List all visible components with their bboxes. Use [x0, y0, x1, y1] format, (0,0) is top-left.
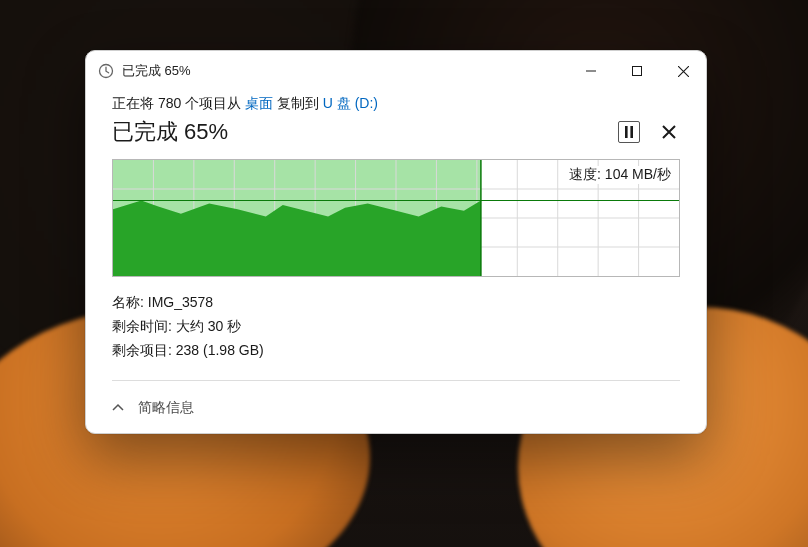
minimize-button[interactable] — [568, 51, 614, 91]
detail-items-value: 238 (1.98 GB) — [176, 342, 264, 358]
titlebar[interactable]: 已完成 65% — [86, 51, 706, 91]
copy-middle: 复制到 — [273, 95, 323, 111]
svg-rect-1 — [633, 67, 642, 76]
cancel-button[interactable] — [658, 121, 680, 143]
details-toggle[interactable]: 简略信息 — [86, 399, 706, 433]
detail-name-row: 名称: IMG_3578 — [112, 291, 680, 315]
window-title: 已完成 65% — [122, 62, 191, 80]
svg-rect-3 — [630, 126, 633, 138]
detail-items-label: 剩余项目: — [112, 342, 176, 358]
detail-items-row: 剩余项目: 238 (1.98 GB) — [112, 339, 680, 363]
progress-percent-text: 已完成 65% — [112, 117, 600, 147]
chevron-up-icon — [112, 402, 124, 414]
maximize-button[interactable] — [614, 51, 660, 91]
divider — [112, 380, 680, 381]
pause-icon — [624, 126, 634, 138]
speed-label: 速度: 104 MB/秒 — [567, 166, 673, 184]
pause-button[interactable] — [618, 121, 640, 143]
detail-name-label: 名称: — [112, 294, 148, 310]
speed-chart: 速度: 104 MB/秒 — [112, 159, 680, 277]
copy-source-link[interactable]: 桌面 — [245, 95, 273, 111]
svg-rect-2 — [625, 126, 628, 138]
close-button[interactable] — [660, 51, 706, 91]
copy-prefix: 正在将 780 个项目从 — [112, 95, 245, 111]
detail-time-row: 剩余时间: 大约 30 秒 — [112, 315, 680, 339]
details-toggle-label: 简略信息 — [138, 399, 194, 417]
detail-name-value: IMG_3578 — [148, 294, 213, 310]
close-icon — [662, 125, 676, 139]
file-copy-dialog: 已完成 65% 正在将 780 个项目从 桌面 复制到 U 盘 (D:) 已完成… — [85, 50, 707, 434]
detail-time-label: 剩余时间: — [112, 318, 176, 334]
copy-description: 正在将 780 个项目从 桌面 复制到 U 盘 (D:) — [112, 95, 680, 113]
clock-icon — [98, 63, 114, 79]
detail-time-value: 大约 30 秒 — [176, 318, 241, 334]
copy-destination-link[interactable]: U 盘 (D:) — [323, 95, 378, 111]
